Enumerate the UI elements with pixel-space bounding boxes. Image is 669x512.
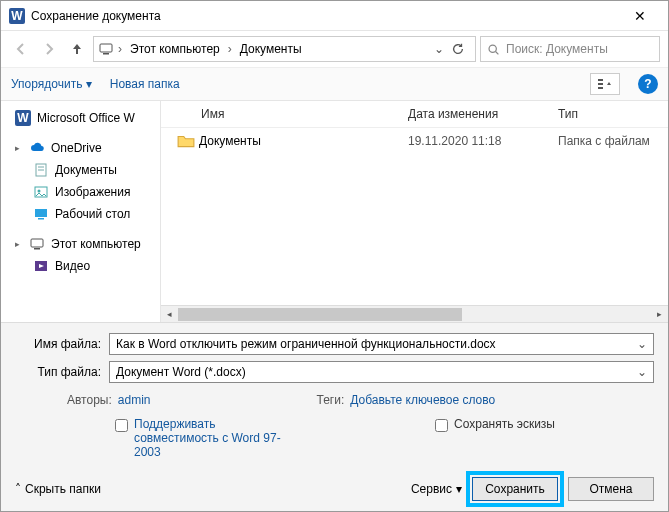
tree-desktop[interactable]: Рабочий стол (1, 203, 160, 225)
tree-office[interactable]: W Microsoft Office W (1, 107, 160, 129)
search-input[interactable]: Поиск: Документы (480, 36, 660, 62)
svg-rect-16 (35, 209, 47, 217)
pictures-icon (33, 184, 49, 200)
view-options-button[interactable] (590, 73, 620, 95)
filetype-select[interactable]: Документ Word (*.docx) ⌄ (109, 361, 654, 383)
window-title: Сохранение документа (31, 9, 620, 23)
svg-rect-7 (598, 83, 603, 85)
tree-this-pc[interactable]: ▸ Этот компьютер (1, 233, 160, 255)
tags-value[interactable]: Добавьте ключевое слово (350, 393, 495, 407)
chevron-right-icon[interactable]: › (226, 42, 234, 56)
svg-rect-19 (34, 248, 40, 250)
expand-icon[interactable]: ▸ (15, 239, 23, 249)
word-icon: W (9, 8, 25, 24)
thumbs-checkbox-input[interactable] (435, 419, 448, 432)
search-placeholder: Поиск: Документы (506, 42, 608, 56)
column-headers[interactable]: Имя Дата изменения Тип (161, 101, 668, 128)
filetype-label: Тип файла: (15, 365, 109, 379)
svg-text:W: W (11, 9, 23, 23)
service-menu[interactable]: Сервис ▾ (411, 482, 462, 496)
thumbs-checkbox[interactable]: Сохранять эскизы (435, 417, 555, 459)
chevron-down-icon: ▾ (456, 482, 462, 496)
svg-point-15 (38, 190, 41, 193)
dialog-footer: ˄ Скрыть папки Сервис ▾ Сохранить Отмена (1, 467, 668, 511)
help-button[interactable]: ? (638, 74, 658, 94)
scroll-left-button[interactable]: ◂ (161, 306, 178, 323)
svg-rect-6 (598, 79, 603, 81)
scroll-thumb[interactable] (178, 308, 462, 321)
chevron-down-icon[interactable]: ⌄ (637, 365, 647, 379)
cloud-icon (29, 140, 45, 156)
tree-documents[interactable]: Документы (1, 159, 160, 181)
tree-onedrive[interactable]: ▸ OneDrive (1, 137, 160, 159)
item-date: 19.11.2020 11:18 (408, 134, 558, 148)
svg-rect-3 (103, 53, 109, 55)
chevron-up-icon: ˄ (15, 482, 21, 496)
title-bar: W Сохранение документа ✕ (1, 1, 668, 31)
word-icon: W (15, 110, 31, 126)
scroll-track[interactable] (178, 306, 651, 323)
item-name: Документы (199, 134, 408, 148)
breadcrumb-docs[interactable]: Документы (236, 40, 306, 58)
filename-label: Имя файла: (15, 337, 109, 351)
desktop-icon (33, 206, 49, 222)
save-panel: Имя файла: Как в Word отключить режим ог… (1, 322, 668, 467)
toolbar: Упорядочить ▾ Новая папка ? (1, 67, 668, 101)
scroll-right-button[interactable]: ▸ (651, 306, 668, 323)
svg-rect-2 (100, 44, 112, 52)
pc-icon (98, 41, 114, 57)
authors-value[interactable]: admin (118, 393, 151, 407)
svg-rect-17 (38, 218, 44, 220)
cancel-button[interactable]: Отмена (568, 477, 654, 501)
tree-pictures[interactable]: Изображения (1, 181, 160, 203)
back-button[interactable] (9, 37, 33, 61)
svg-rect-8 (598, 87, 603, 89)
new-folder-button[interactable]: Новая папка (110, 77, 180, 91)
authors-label: Авторы: (67, 393, 112, 407)
pc-icon (29, 236, 45, 252)
column-type[interactable]: Тип (558, 107, 658, 121)
item-type: Папка с файлам (558, 134, 658, 148)
column-date[interactable]: Дата изменения (408, 107, 558, 121)
file-list: Имя Дата изменения Тип Документы 19.11.2… (161, 101, 668, 322)
folder-icon (177, 132, 199, 150)
up-button[interactable] (65, 37, 89, 61)
column-name[interactable]: Имя (201, 107, 408, 121)
svg-line-5 (496, 51, 499, 54)
hide-folders-button[interactable]: ˄ Скрыть папки (15, 482, 101, 496)
tree-video[interactable]: Видео (1, 255, 160, 277)
docs-icon (33, 162, 49, 178)
address-dropdown[interactable]: ⌄ (429, 42, 449, 56)
chevron-right-icon[interactable]: › (116, 42, 124, 56)
forward-button[interactable] (37, 37, 61, 61)
breadcrumb-pc[interactable]: Этот компьютер (126, 40, 224, 58)
nav-bar: › Этот компьютер › Документы ⌄ Поиск: До… (1, 31, 668, 67)
close-button[interactable]: ✕ (620, 8, 660, 24)
svg-rect-18 (31, 239, 43, 247)
address-bar[interactable]: › Этот компьютер › Документы ⌄ (93, 36, 476, 62)
list-item[interactable]: Документы 19.11.2020 11:18 Папка с файла… (161, 128, 668, 154)
save-button[interactable]: Сохранить (472, 477, 558, 501)
svg-text:W: W (17, 111, 29, 125)
expand-icon[interactable]: ▸ (15, 143, 23, 153)
navigation-tree[interactable]: W Microsoft Office W ▸ OneDrive Документ… (1, 101, 161, 322)
horizontal-scrollbar[interactable]: ◂ ▸ (161, 305, 668, 322)
svg-point-4 (489, 45, 496, 52)
compat-checkbox-input[interactable] (115, 419, 128, 432)
search-icon (487, 43, 500, 56)
filename-input[interactable]: Как в Word отключить режим ограниченной … (109, 333, 654, 355)
tags-label: Теги: (316, 393, 344, 407)
refresh-button[interactable] (451, 42, 471, 56)
chevron-down-icon: ▾ (86, 77, 92, 91)
video-icon (33, 258, 49, 274)
chevron-down-icon[interactable]: ⌄ (637, 337, 647, 351)
compat-checkbox[interactable]: Поддерживать совместимость с Word 97-200… (115, 417, 295, 459)
organize-menu[interactable]: Упорядочить ▾ (11, 77, 92, 91)
